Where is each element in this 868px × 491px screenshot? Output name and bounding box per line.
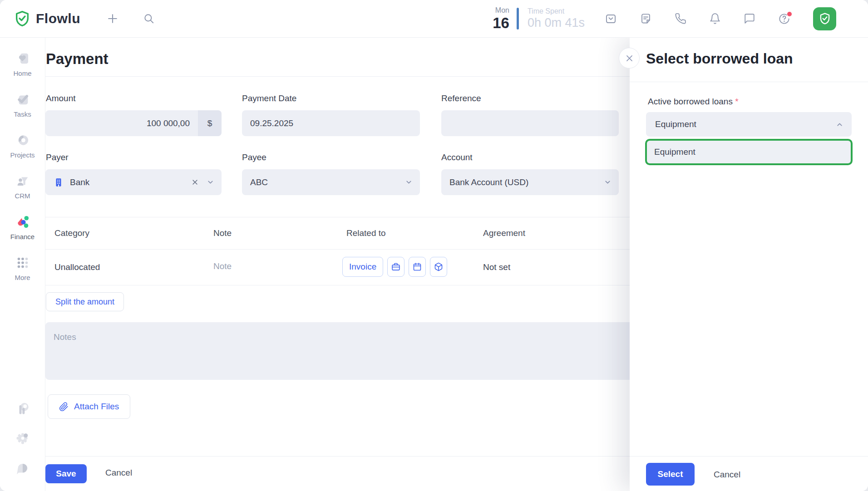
close-panel-button[interactable] bbox=[619, 48, 640, 69]
reference-input[interactable] bbox=[441, 110, 619, 136]
sidebar-item-crm[interactable]: CRM bbox=[0, 172, 45, 213]
sidebar-item-home[interactable]: Home bbox=[0, 49, 45, 90]
sidebar-item-label: More bbox=[15, 274, 30, 281]
finance-icon bbox=[15, 213, 31, 231]
inbox-button[interactable] bbox=[605, 13, 617, 25]
sidebar-item-label: CRM bbox=[15, 192, 30, 200]
phone-icon bbox=[675, 13, 686, 25]
currency-suffix: $ bbox=[198, 110, 222, 136]
sidebar-item-label: Home bbox=[13, 69, 31, 77]
clear-payer-icon[interactable] bbox=[192, 179, 198, 186]
app-window: Flowlu Mon 16 Time Spent 0h 0m 41s bbox=[0, 0, 868, 491]
active-loans-label-text: Active borrowed loans bbox=[648, 97, 733, 106]
sidebar-item-more[interactable]: More bbox=[0, 254, 45, 295]
briefcase-icon bbox=[391, 262, 400, 271]
home-icon bbox=[15, 49, 30, 68]
notes-textarea[interactable] bbox=[45, 322, 630, 380]
projects-icon bbox=[15, 131, 30, 149]
alert-dot bbox=[787, 12, 792, 16]
active-loans-select[interactable]: Equipment bbox=[646, 112, 852, 137]
account-select[interactable]: Bank Account (USD) bbox=[441, 169, 619, 195]
feedback-bubble-icon[interactable] bbox=[15, 461, 31, 477]
payee-select[interactable]: ABC bbox=[242, 169, 420, 195]
split-amount-button[interactable]: Split the amount bbox=[46, 292, 124, 311]
settings-gear-icon[interactable] bbox=[15, 431, 31, 447]
account-value: Bank Account (USD) bbox=[449, 177, 604, 187]
flowlu-logo[interactable]: Flowlu bbox=[14, 10, 80, 27]
portal-icon[interactable] bbox=[15, 401, 31, 417]
panel-cancel-button[interactable]: Cancel bbox=[714, 470, 740, 480]
sidebar-item-label: Projects bbox=[10, 151, 35, 159]
related-to-buttons: Invoice bbox=[342, 257, 447, 277]
table-bottom-divider bbox=[38, 285, 630, 285]
chevron-down-icon bbox=[604, 178, 612, 186]
search-icon bbox=[143, 13, 155, 25]
payment-footer: Save Cancel bbox=[38, 456, 630, 491]
loan-option-equipment[interactable]: Equipment bbox=[645, 139, 853, 165]
payment-cancel-button[interactable]: Cancel bbox=[105, 468, 132, 478]
payment-modal: Payment Amount Payment Date Reference $ … bbox=[38, 38, 630, 491]
payment-date-field bbox=[242, 110, 420, 136]
payer-select[interactable]: Bank bbox=[45, 169, 222, 195]
payer-value: Bank bbox=[70, 177, 192, 187]
sidebar-item-label: Tasks bbox=[14, 110, 31, 118]
category-value[interactable]: Unallocated bbox=[54, 262, 100, 272]
link-invoice-button[interactable]: Invoice bbox=[342, 257, 383, 277]
payee-label: Payee bbox=[242, 152, 266, 162]
shield-check-icon bbox=[14, 10, 31, 27]
payment-date-label: Payment Date bbox=[242, 93, 296, 103]
notes-button[interactable] bbox=[640, 13, 652, 25]
payer-label: Payer bbox=[46, 152, 69, 162]
help-button[interactable] bbox=[778, 13, 790, 25]
link-event-button[interactable] bbox=[409, 257, 426, 277]
page-title: Payment bbox=[46, 50, 108, 68]
payee-value: ABC bbox=[250, 177, 405, 187]
chat-bubble-icon bbox=[744, 13, 755, 25]
paperclip-icon bbox=[59, 402, 69, 412]
payment-date-input[interactable] bbox=[242, 110, 420, 136]
topbar-icons bbox=[605, 7, 836, 30]
inbox-icon bbox=[605, 13, 617, 25]
notifications-button[interactable] bbox=[709, 13, 721, 25]
save-button[interactable]: Save bbox=[45, 464, 87, 483]
date-day: Mon bbox=[493, 7, 509, 14]
agreement-value[interactable]: Not set bbox=[483, 262, 510, 272]
table-top-divider bbox=[38, 217, 630, 217]
time-spent-label: Time Spent bbox=[528, 7, 585, 15]
time-spent[interactable]: Time Spent 0h 0m 41s bbox=[528, 7, 585, 29]
add-button[interactable] bbox=[106, 12, 119, 25]
calls-button[interactable] bbox=[675, 13, 686, 25]
panel-footer: Select Cancel bbox=[630, 456, 868, 491]
help-icon bbox=[778, 13, 790, 25]
amount-input[interactable] bbox=[45, 110, 198, 136]
reference-label: Reference bbox=[441, 93, 481, 103]
link-product-button[interactable] bbox=[430, 257, 447, 277]
chevron-down-icon bbox=[405, 178, 413, 186]
chat-button[interactable] bbox=[744, 13, 755, 25]
chevron-up-icon bbox=[836, 121, 843, 128]
sidebar-item-projects[interactable]: Projects bbox=[0, 131, 45, 172]
search-button[interactable] bbox=[143, 13, 155, 25]
sidebar: Home Tasks Projects CRM Finance bbox=[0, 38, 45, 491]
calendar-date[interactable]: Mon 16 bbox=[493, 7, 509, 30]
avatar-shield-icon bbox=[819, 12, 831, 25]
header-divider bbox=[38, 76, 630, 77]
workspace-avatar[interactable] bbox=[813, 7, 836, 30]
reference-field bbox=[441, 110, 619, 136]
sidebar-item-tasks[interactable]: Tasks bbox=[0, 90, 45, 131]
plus-icon bbox=[106, 12, 119, 25]
amount-label: Amount bbox=[46, 93, 75, 103]
sidebar-item-finance[interactable]: Finance bbox=[0, 213, 45, 254]
row-note-input[interactable] bbox=[213, 261, 304, 271]
link-project-button[interactable] bbox=[387, 257, 404, 277]
select-button[interactable]: Select bbox=[646, 463, 695, 486]
attach-files-button[interactable]: Attach Files bbox=[48, 394, 130, 419]
more-grid-icon bbox=[15, 254, 30, 272]
panel-title: Select borrowed loan bbox=[646, 50, 793, 67]
chevron-down-icon bbox=[207, 178, 214, 186]
topbar-right: Mon 16 Time Spent 0h 0m 41s bbox=[493, 7, 855, 30]
tasks-icon bbox=[15, 90, 30, 108]
column-header-note: Note bbox=[213, 228, 232, 238]
active-loans-selected-value: Equipment bbox=[655, 119, 836, 129]
active-loans-label: Active borrowed loans * bbox=[648, 97, 739, 107]
